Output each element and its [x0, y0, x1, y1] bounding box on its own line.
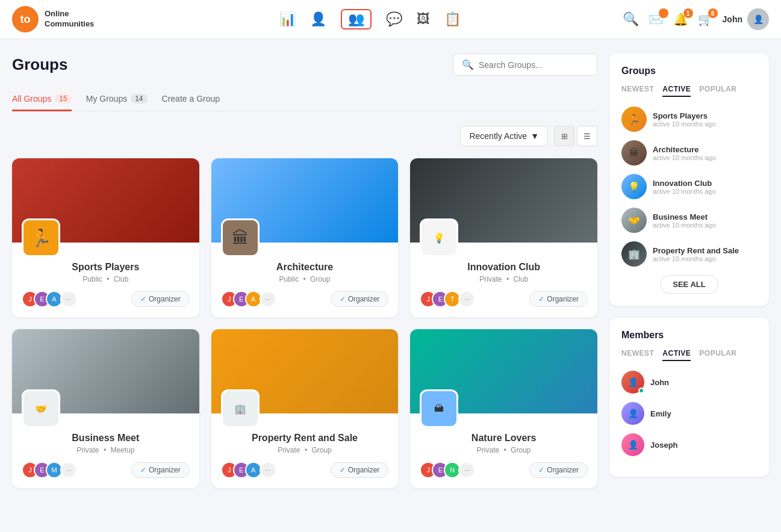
group-avatar-sports: 🏃 [22, 218, 60, 257]
sidebar-tab-active[interactable]: ACTIVE [662, 85, 691, 97]
group-avatar-nature: 🏔 [420, 389, 458, 428]
sidebar-group-item-prop[interactable]: 🏢 Property Rent and Sale active 10 month… [621, 241, 757, 267]
organizer-btn-innov[interactable]: ✓ Organizer [529, 291, 588, 307]
group-footer-biz: J E M ··· ✓ Organizer [22, 462, 190, 478]
more-members: ··· [458, 291, 475, 308]
organizer-btn-prop[interactable]: ✓ Organizer [331, 462, 389, 478]
group-card-architecture: 🏛 Architecture Public • Group J E A [211, 158, 399, 317]
cart-btn[interactable]: 🛒 8 [698, 12, 713, 26]
brand-name: Online Communities [45, 9, 94, 29]
tab-my-groups[interactable]: My Groups 14 [86, 88, 148, 111]
sidebar-tab-newest[interactable]: NEWEST [621, 85, 654, 97]
avatar-wrap-nature: 🏔 [420, 389, 597, 428]
sidebar-group-item-sports[interactable]: 🏃 Sports Players active 10 months ago [621, 107, 757, 132]
chevron-down-icon: ▼ [531, 131, 539, 141]
group-name-nature: Nature Lovers [420, 433, 588, 444]
sidebar-members-tab-popular[interactable]: POPULAR [699, 349, 736, 361]
sidebar-group-item-biz[interactable]: 🤝 Business Meet active 10 months ago [621, 208, 757, 233]
profile-nav-btn[interactable]: 👤 [310, 11, 326, 27]
group-info-innov: Innovation Club Private • Club J E T ··· [410, 262, 597, 317]
member-avatars-nature: J E N ··· [420, 462, 470, 478]
sidebar-group-info-biz: Business Meet active 10 months ago [653, 212, 757, 229]
sidebar-tab-popular[interactable]: POPULAR [699, 85, 736, 97]
group-meta-arch: Public • Group [221, 275, 389, 283]
sidebar-members-tab-newest[interactable]: NEWEST [621, 349, 654, 361]
tab-all-groups[interactable]: All Groups 15 [12, 88, 72, 111]
media-nav-btn[interactable]: 🖼 [417, 11, 430, 27]
group-name-prop: Property Rent and Sale [221, 433, 389, 444]
docs-nav-btn[interactable]: 📋 [444, 11, 461, 27]
logo-area: to Online Communities [12, 6, 94, 32]
sidebar-groups-card: Groups NEWEST ACTIVE POPULAR 🏃 Sports Pl… [609, 54, 769, 306]
messages-nav-btn[interactable]: 💬 [386, 11, 402, 27]
group-info-sports: Sports Players Public • Club J E A ··· [12, 262, 199, 317]
organizer-btn-nature[interactable]: ✓ Organizer [529, 462, 588, 478]
member-avatars-biz: J E M ··· [22, 462, 72, 478]
search-box: 🔍 [453, 54, 597, 76]
sidebar-group-item-innov[interactable]: 💡 Innovation Club active 10 months ago [621, 174, 757, 199]
sidebar-group-info-sports: Sports Players active 10 months ago [653, 111, 757, 128]
search-btn[interactable]: 🔍 [623, 11, 639, 27]
group-name-sports: Sports Players [22, 262, 190, 273]
group-card-sports-players: 🏃 Sports Players Public • Club J E A [12, 158, 199, 317]
sidebar-group-avatar-biz: 🤝 [621, 208, 647, 233]
group-footer-innov: J E T ··· ✓ Organizer [420, 291, 588, 308]
sidebar-members-tab-active[interactable]: ACTIVE [662, 349, 691, 361]
organizer-btn-sports[interactable]: ✓ Organizer [131, 291, 190, 307]
nav-icons: 📊 👤 👥 💬 🖼 📋 [118, 9, 622, 29]
sidebar-groups-tabs: NEWEST ACTIVE POPULAR [621, 85, 757, 97]
groups-nav-btn[interactable]: 👥 [341, 9, 372, 29]
search-input[interactable] [479, 60, 588, 70]
sidebar-member-avatar-john: 👤 [621, 371, 644, 394]
group-footer-prop: J E A ··· ✓ Organizer [221, 462, 389, 478]
group-meta-biz: Private • Meetup [22, 446, 190, 454]
member-avatars-innov: J E T ··· [420, 291, 470, 308]
notifications-badge: 1 [683, 8, 693, 18]
messages-btn[interactable]: ✉️ [649, 12, 664, 26]
sort-dropdown[interactable]: Recently Active ▼ [460, 126, 548, 146]
notifications-btn[interactable]: 🔔 1 [673, 12, 688, 26]
group-card-nature: 🏔 Nature Lovers Private • Group J E N [410, 329, 597, 488]
group-card-innovation: 💡 Innovation Club Private • Club J E T [410, 158, 597, 317]
group-info-nature: Nature Lovers Private • Group J E N ··· [410, 433, 597, 488]
sidebar-member-john[interactable]: 👤 John [621, 371, 757, 394]
header: to Online Communities 📊 👤 👥 💬 🖼 📋 🔍 ✉️ 🔔… [0, 0, 781, 39]
group-avatar-innov: 💡 [420, 218, 458, 257]
more-members: ··· [260, 462, 276, 478]
grid-view-btn[interactable]: ⊞ [554, 126, 574, 146]
group-info-biz: Business Meet Private • Meetup J E M ··· [12, 433, 199, 488]
sidebar-member-joseph[interactable]: 👤 Joseph [621, 433, 757, 456]
group-footer-sports: J E A ··· ✓ Organizer [22, 291, 190, 308]
user-avatar: 👤 [747, 8, 769, 30]
cart-badge: 8 [708, 8, 718, 18]
user-name: John [723, 14, 742, 24]
group-avatar-arch: 🏛 [221, 218, 260, 257]
sidebar-group-avatar-prop: 🏢 [621, 241, 647, 267]
sidebar-groups-title: Groups [621, 66, 757, 76]
list-view-btn[interactable]: ☰ [577, 126, 597, 146]
group-meta-innov: Private • Club [420, 275, 588, 283]
online-indicator-john [638, 388, 644, 394]
activity-nav-btn[interactable]: 📊 [279, 11, 296, 27]
sidebar-members-title: Members [621, 330, 757, 341]
sidebar-group-item-arch[interactable]: 🏛 Architecture active 10 months ago [621, 140, 757, 165]
page-title: Groups [12, 55, 67, 74]
logo-icon: to [12, 6, 39, 32]
more-members: ··· [60, 462, 77, 478]
organizer-btn-biz[interactable]: ✓ Organizer [131, 462, 190, 478]
view-toggles: ⊞ ☰ [554, 126, 597, 146]
see-all-btn[interactable]: SEE ALL [660, 275, 718, 294]
group-card-business: 🤝 Business Meet Private • Meetup J E M [12, 329, 199, 488]
tab-create-group[interactable]: Create a Group [162, 88, 220, 111]
sidebar-member-avatar-emily: 👤 [621, 402, 644, 425]
page-header: Groups 🔍 [12, 54, 597, 76]
filter-row: Recently Active ▼ ⊞ ☰ [12, 126, 597, 146]
sidebar-member-emily[interactable]: 👤 Emily [621, 402, 757, 425]
user-area[interactable]: John 👤 [723, 8, 769, 30]
group-meta-sports: Public • Club [22, 275, 190, 283]
group-name-arch: Architecture [221, 262, 389, 273]
organizer-btn-arch[interactable]: ✓ Organizer [331, 291, 389, 307]
sidebar-group-avatar-sports: 🏃 [621, 107, 647, 132]
member-avatars-prop: J E A ··· [221, 462, 272, 478]
group-avatar-biz: 🤝 [22, 389, 60, 428]
